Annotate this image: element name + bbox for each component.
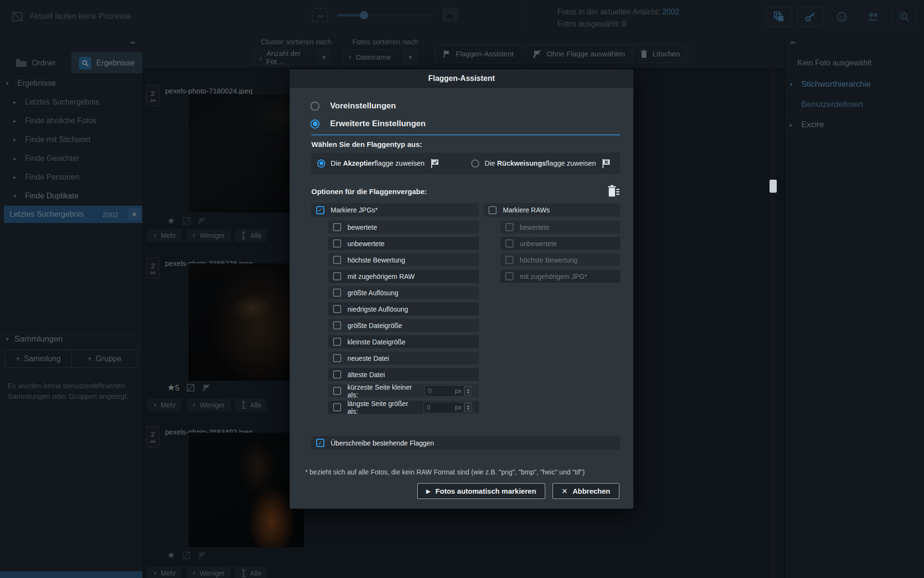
- shortest-side-input[interactable]: [428, 387, 448, 394]
- flag-x-icon: [601, 158, 612, 169]
- checkbox-checked-icon[interactable]: ✓: [316, 439, 324, 447]
- option-label: unbewertete: [520, 240, 557, 248]
- option-label: bewertete: [520, 223, 549, 231]
- accept-flag-option[interactable]: Die Akzeptierflagge zuweisen: [311, 158, 440, 169]
- raw-options-column: Markiere RAWs bewertete unbewertete höch…: [484, 203, 620, 286]
- number-stepper[interactable]: ▲▼: [464, 403, 472, 412]
- flag-type-section-label: Wählen Sie den Flaggentyp aus:: [311, 140, 620, 148]
- checkbox-icon[interactable]: [333, 403, 341, 411]
- checkbox-disabled-icon: [505, 223, 513, 231]
- checkbox-icon[interactable]: [333, 256, 341, 264]
- option-row-bewertete[interactable]: bewertete: [328, 221, 479, 234]
- option-row-bewertete-raw: bewertete: [500, 221, 620, 234]
- option-row-mit-raw[interactable]: mit zugehörigem RAW: [328, 270, 479, 283]
- overwrite-flags-label: Überschreibe bestehende Flaggen: [331, 439, 434, 447]
- trash-list-icon: [607, 184, 620, 198]
- radio-selected-icon[interactable]: [317, 159, 325, 168]
- radio-selected-icon[interactable]: [310, 119, 320, 129]
- option-row-niedrigste-aufloesung[interactable]: niedrigste Auflösung: [328, 302, 479, 315]
- scrollbar-thumb[interactable]: [770, 180, 777, 193]
- app-window: Aktuell laufen keine Prozesse Fotos in d…: [0, 0, 924, 578]
- auto-mark-label: Fotos automatisch markieren: [436, 487, 536, 495]
- checkbox-icon[interactable]: [333, 338, 341, 346]
- option-label: kleinste Dateigröße: [347, 338, 406, 346]
- checkbox-icon[interactable]: [333, 223, 341, 231]
- dialog-title: Flaggen-Assistent: [290, 69, 633, 88]
- option-label: mit zugehörigem RAW: [347, 273, 415, 280]
- option-row-hoechste-bewertung-raw: höchste Bewertung: [500, 253, 620, 266]
- close-icon: ✕: [562, 487, 568, 496]
- option-label: kürzeste Seite kleiner als:: [347, 383, 418, 399]
- option-row-groesste-dateigroesse[interactable]: größte Dateigröße: [328, 319, 479, 332]
- option-label: unbewertete: [347, 240, 385, 248]
- clear-options-button[interactable]: [607, 184, 620, 198]
- checkbox-disabled-icon: [505, 239, 513, 248]
- option-row-hoechste-bewertung[interactable]: höchste Bewertung: [328, 253, 479, 266]
- option-row-unbewertete[interactable]: unbewertete: [328, 237, 479, 250]
- option-label: größte Auflösung: [347, 289, 398, 297]
- checkbox-icon[interactable]: [333, 239, 341, 248]
- checkbox-disabled-icon: [505, 256, 513, 264]
- advanced-option[interactable]: Erweiterte Einstellungen: [303, 119, 620, 129]
- mark-raws-label: Markiere RAWs: [503, 206, 550, 214]
- advanced-option-label: Erweiterte Einstellungen: [330, 119, 425, 129]
- unit-label: px: [455, 404, 462, 411]
- checkbox-icon[interactable]: [333, 272, 341, 280]
- option-row-kuerzeste-seite[interactable]: kürzeste Seite kleiner als: px ▲▼: [328, 384, 479, 397]
- checkbox-disabled-icon: [505, 272, 513, 280]
- option-row-groesste-aufloesung[interactable]: größte Auflösung: [328, 286, 479, 299]
- option-row-mit-jpg-raw: mit zugehörigem JPG*: [500, 270, 620, 283]
- option-label: älteste Datei: [347, 371, 385, 379]
- cancel-label: Abbrechen: [573, 487, 610, 495]
- option-label: längste Seite größer als:: [347, 400, 417, 415]
- checkbox-icon[interactable]: [333, 387, 341, 395]
- option-row-laengste-seite[interactable]: längste Seite größer als: px ▲▼: [328, 401, 479, 414]
- option-label: höchste Bewertung: [347, 256, 405, 264]
- checkbox-icon[interactable]: [333, 321, 341, 329]
- mark-jpgs-row[interactable]: ✓ Markiere JPGs*: [311, 203, 479, 217]
- reject-flag-option[interactable]: Die Rückweisungsflagge zuweisen: [471, 158, 612, 169]
- option-row-aelteste-datei[interactable]: älteste Datei: [328, 368, 479, 381]
- option-label: größte Dateigröße: [347, 322, 402, 329]
- checkbox-icon[interactable]: [333, 370, 341, 379]
- option-row-neueste-datei[interactable]: neueste Datei: [328, 352, 479, 365]
- presets-option-label: Voreinstellungen: [330, 101, 396, 111]
- section-divider: [311, 134, 620, 135]
- checkbox-checked-icon[interactable]: ✓: [316, 206, 324, 214]
- option-label: bewertete: [347, 223, 377, 231]
- longest-side-field: px ▲▼: [424, 402, 474, 413]
- option-label: niedrigste Auflösung: [347, 305, 408, 313]
- auto-mark-button[interactable]: ▶ Fotos automatisch markieren: [417, 483, 545, 499]
- reject-flag-label: Die Rückweisungsflagge zuweisen: [485, 159, 596, 167]
- shortest-side-field: px ▲▼: [424, 385, 474, 397]
- cancel-button[interactable]: ✕ Abbrechen: [552, 483, 619, 499]
- flag-assistant-dialog: Flaggen-Assistent Voreinstellungen Erwei…: [290, 69, 633, 509]
- unit-label: px: [455, 387, 462, 394]
- presets-option[interactable]: Voreinstellungen: [303, 101, 620, 111]
- footnote-text: * bezieht sich auf alle Fotos, die kein …: [305, 468, 620, 476]
- jpg-options-column: ✓ Markiere JPGs* bewertete unbewertete h…: [311, 203, 479, 417]
- option-label: neueste Datei: [347, 355, 389, 362]
- radio-unselected-icon[interactable]: [471, 159, 479, 168]
- option-row-unbewertete-raw: unbewertete: [500, 237, 620, 250]
- options-section: Optionen für die Flaggenvergabe:: [311, 184, 620, 198]
- overwrite-flags-row[interactable]: ✓ Überschreibe bestehende Flaggen: [311, 436, 620, 450]
- option-row-kleinste-dateigroesse[interactable]: kleinste Dateigröße: [328, 335, 479, 348]
- options-section-label: Optionen für die Flaggenvergabe:: [311, 187, 427, 196]
- number-stepper[interactable]: ▲▼: [464, 386, 472, 395]
- option-label: höchste Bewertung: [520, 256, 578, 264]
- mark-raws-row[interactable]: Markiere RAWs: [484, 203, 620, 217]
- mark-jpgs-label: Markiere JPGs*: [331, 206, 378, 214]
- flag-check-icon: [430, 158, 440, 169]
- checkbox-icon[interactable]: [333, 305, 341, 313]
- radio-unselected-icon[interactable]: [310, 102, 320, 111]
- longest-side-input[interactable]: [427, 404, 447, 411]
- checkbox-icon[interactable]: [333, 289, 341, 297]
- flag-type-row: Die Akzeptierflagge zuweisen Die Rückwei…: [311, 153, 620, 174]
- checkbox-icon[interactable]: [488, 206, 497, 214]
- accept-flag-label: Die Akzeptierflagge zuweisen: [331, 159, 424, 167]
- option-label: mit zugehörigem JPG*: [520, 273, 587, 280]
- checkbox-icon[interactable]: [333, 354, 341, 362]
- play-icon: ▶: [426, 488, 431, 495]
